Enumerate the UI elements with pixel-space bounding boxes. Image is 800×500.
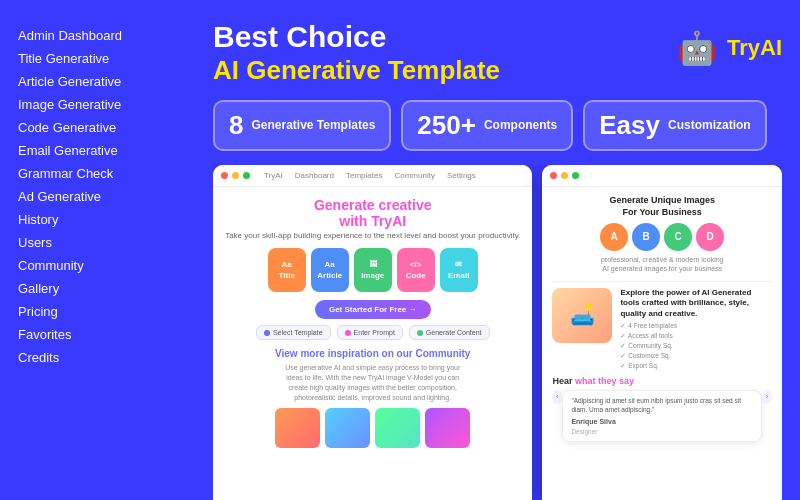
right-browser-content: Generate Unique ImagesFor Your Business …: [542, 187, 782, 500]
rbc-section1-title: Generate Unique ImagesFor Your Business: [552, 195, 772, 218]
lbc-box-article: AaArticle: [311, 248, 349, 292]
browser-nav: TryAI Dashboard Templates Community Sett…: [260, 170, 524, 181]
sidebar-item-gallery[interactable]: Gallery: [12, 277, 183, 300]
dot-red-right: [550, 172, 557, 179]
stat-label-2: Customization: [668, 118, 751, 132]
sidebar-item-history[interactable]: History: [12, 208, 183, 231]
browser-bar-right: [542, 165, 782, 187]
dot-green: [243, 172, 250, 179]
dot-yellow-right: [561, 172, 568, 179]
right-browser: Generate Unique ImagesFor Your Business …: [542, 165, 782, 500]
rbc-section2-title: Explore the power of AI Generated tools …: [620, 288, 772, 319]
stat-number-0: 8: [229, 110, 243, 141]
hero-subtitle: AI Generative Template: [213, 55, 663, 86]
brand-name: TryAI: [727, 35, 782, 61]
quote-author: Enrique Silva: [571, 417, 753, 427]
stat-card-0: 8 Generative Templates: [213, 100, 391, 151]
rbc-section1: Generate Unique ImagesFor Your Business …: [552, 195, 772, 273]
quote-next-button[interactable]: ›: [762, 390, 772, 404]
get-started-button[interactable]: Get Started For Free →: [315, 300, 431, 319]
sidebar-item-admin-dashboard[interactable]: Admin Dashboard: [12, 24, 183, 47]
lbc-box-title: AaTitle: [268, 248, 306, 292]
lbc-img-1: [275, 408, 320, 448]
lbc-subtitle: Take your skill-app building experience …: [225, 231, 520, 240]
brand-badge: 🤖 TryAI: [673, 24, 782, 72]
stat-label-0: Generative Templates: [251, 118, 375, 132]
rbc-hear-highlight: what they say: [575, 376, 634, 386]
lbc-img-3: [375, 408, 420, 448]
lbc-images: [275, 408, 470, 448]
rbc-list-item-2: ✓ Access all tools: [620, 332, 772, 340]
lbc-bottom-title: View more inspiration on our Community: [275, 348, 470, 359]
sidebar: Admin DashboardTitle GenerativeArticle G…: [0, 0, 195, 500]
rbc-list-item-5: ✓ Export Sq.: [620, 362, 772, 370]
main-content: Best Choice AI Generative Template 🤖 Try…: [195, 0, 800, 500]
hero-section: Best Choice AI Generative Template 🤖 Try…: [213, 20, 782, 86]
lbc-box-code: </>Code: [397, 248, 435, 292]
stats-row: 8 Generative Templates 250+ Components E…: [213, 100, 782, 151]
screenshots-row: TryAI Dashboard Templates Community Sett…: [213, 165, 782, 500]
lbc-img-4: [425, 408, 470, 448]
sidebar-item-article-generative[interactable]: Article Generative: [12, 70, 183, 93]
lbc-box-email: ✉Email: [440, 248, 478, 292]
nav-templates: Templates: [342, 170, 386, 181]
nav-settings: Settings: [443, 170, 480, 181]
rbc-section2: 🛋️ Explore the power of AI Generated too…: [552, 288, 772, 370]
hero-title: Best Choice: [213, 20, 663, 53]
nav-tryai: TryAI: [260, 170, 287, 181]
dot-red: [221, 172, 228, 179]
sidebar-item-title-generative[interactable]: Title Generative: [12, 47, 183, 70]
nav-community: Community: [390, 170, 438, 181]
left-browser: TryAI Dashboard Templates Community Sett…: [213, 165, 532, 500]
sidebar-item-community[interactable]: Community: [12, 254, 183, 277]
rbc-feature-list: ✓ 4 Free templates ✓ Access all tools ✓ …: [620, 322, 772, 370]
sidebar-item-code-generative[interactable]: Code Generative: [12, 116, 183, 139]
dot-yellow: [232, 172, 239, 179]
avatar-2: B: [632, 223, 660, 251]
rbc-section1-text: professional, creative & modern lookingA…: [552, 255, 772, 273]
step-prompt: Enter Prompt: [337, 325, 403, 340]
avatar-4: D: [696, 223, 724, 251]
rbc-divider: [552, 281, 772, 282]
dot-green-right: [572, 172, 579, 179]
lbc-bottom-text: Use generative AI and simple easy proces…: [283, 363, 463, 402]
rbc-list-item-3: ✓ Community Sq.: [620, 342, 772, 350]
lbc-steps: Select Template Enter Prompt Generate Co…: [225, 325, 520, 340]
stat-number-2: Easy: [599, 110, 660, 141]
sidebar-item-grammar-check[interactable]: Grammar Check: [12, 162, 183, 185]
step-select: Select Template: [256, 325, 331, 340]
step-generate: Generate Content: [409, 325, 490, 340]
stat-card-1: 250+ Components: [401, 100, 573, 151]
quote-role: Designer: [571, 427, 753, 436]
room-img: 🛋️: [552, 288, 612, 343]
robot-icon: 🤖: [673, 24, 721, 72]
rbc-list-item-1: ✓ 4 Free templates: [620, 322, 772, 330]
sidebar-item-email-generative[interactable]: Email Generative: [12, 139, 183, 162]
lbc-boxes: AaTitle AaArticle 🖼Image </>Code ✉Email: [225, 248, 520, 292]
stat-card-2: Easy Customization: [583, 100, 766, 151]
rbc-quote-nav: ‹ "Adipiscing id amet sit eum nibh ipsum…: [552, 390, 772, 442]
rbc-quote-card: "Adipiscing id amet sit eum nibh ipsum j…: [562, 390, 762, 442]
rbc-room-image: 🛋️: [552, 288, 612, 343]
lbc-box-image: 🖼Image: [354, 248, 392, 292]
stat-label-1: Components: [484, 118, 557, 132]
rbc-list-item-4: ✓ Customize Sq.: [620, 352, 772, 360]
sidebar-item-pricing[interactable]: Pricing: [12, 300, 183, 323]
sidebar-item-users[interactable]: Users: [12, 231, 183, 254]
avatar-1: A: [600, 223, 628, 251]
rbc-section2-text: Explore the power of AI Generated tools …: [620, 288, 772, 370]
quote-prev-button[interactable]: ‹: [552, 390, 562, 404]
sidebar-item-ad-generative[interactable]: Ad Generative: [12, 185, 183, 208]
lbc-img-2: [325, 408, 370, 448]
rbc-avatars: A B C D: [552, 223, 772, 251]
rbc-section3: Hear what they say ‹ "Adipiscing id amet…: [552, 376, 772, 442]
browser-bar-left: TryAI Dashboard Templates Community Sett…: [213, 165, 532, 187]
sidebar-item-image-generative[interactable]: Image Generative: [12, 93, 183, 116]
sidebar-item-credits[interactable]: Credits: [12, 346, 183, 369]
left-browser-content: Generate creativewith TryAI Take your sk…: [213, 187, 532, 500]
sidebar-item-favorites[interactable]: Favorites: [12, 323, 183, 346]
lbc-title: Generate creativewith TryAI: [314, 197, 432, 229]
stat-number-1: 250+: [417, 110, 476, 141]
nav-dashboard: Dashboard: [291, 170, 338, 181]
rbc-hear-title: Hear what they say: [552, 376, 772, 386]
